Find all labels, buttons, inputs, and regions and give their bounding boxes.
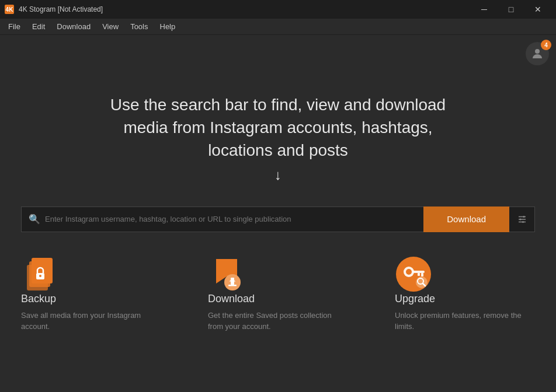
upgrade-icon bbox=[395, 256, 432, 293]
svg-point-0 bbox=[535, 49, 540, 54]
window-title: 4K Stogram [Not Activated] bbox=[19, 5, 103, 13]
notification-badge: 4 bbox=[541, 40, 551, 50]
svg-rect-20 bbox=[421, 273, 423, 276]
svg-rect-15 bbox=[228, 285, 237, 286]
hero-title: Use the search bar to find, view and dow… bbox=[97, 93, 459, 162]
backup-desc: Save all media from your Instagram accou… bbox=[21, 310, 161, 332]
svg-rect-14 bbox=[231, 278, 234, 285]
search-icon: 🔍 bbox=[29, 214, 40, 225]
svg-point-18 bbox=[406, 269, 412, 275]
svg-point-11 bbox=[39, 275, 41, 277]
account-icon-wrapper: 4 bbox=[526, 42, 549, 65]
settings-button[interactable] bbox=[509, 206, 535, 232]
svg-rect-21 bbox=[418, 273, 420, 276]
search-input[interactable] bbox=[45, 215, 416, 223]
sliders-icon bbox=[517, 214, 527, 225]
upgrade-title: Upgrade bbox=[395, 293, 435, 305]
title-bar-left: 4K 4K Stogram [Not Activated] bbox=[5, 5, 103, 14]
svg-point-4 bbox=[523, 216, 524, 218]
app-icon: 4K bbox=[5, 5, 14, 14]
window-controls: ─ □ ✕ bbox=[471, 0, 551, 19]
main-content: 4 Use the search bar to find, view and d… bbox=[0, 35, 556, 392]
search-row: 🔍 Download bbox=[21, 206, 535, 232]
backup-title: Backup bbox=[21, 293, 56, 305]
menu-file[interactable]: File bbox=[2, 20, 26, 33]
hero-section: Use the search bar to find, view and dow… bbox=[97, 93, 459, 183]
download-button[interactable]: Download bbox=[423, 206, 509, 232]
backup-icon bbox=[21, 256, 58, 293]
maximize-button[interactable]: □ bbox=[498, 0, 524, 19]
feature-download: Download Get the entire Saved posts coll… bbox=[208, 256, 348, 332]
menu-bar: File Edit Download View Tools Help bbox=[0, 19, 556, 35]
arrow-down-icon: ↓ bbox=[97, 167, 459, 183]
svg-rect-9 bbox=[32, 258, 53, 284]
download-icon bbox=[208, 256, 245, 293]
menu-help[interactable]: Help bbox=[154, 20, 182, 33]
account-button[interactable]: 4 bbox=[526, 42, 549, 65]
download-title: Download bbox=[208, 293, 255, 305]
minimize-button[interactable]: ─ bbox=[471, 0, 498, 19]
feature-upgrade: Upgrade Unlock premium features, remove … bbox=[395, 256, 535, 332]
features-row: Backup Save all media from your Instagra… bbox=[21, 256, 535, 332]
svg-rect-19 bbox=[413, 271, 425, 273]
upgrade-desc: Unlock premium features, remove the limi… bbox=[395, 310, 535, 332]
menu-edit[interactable]: Edit bbox=[26, 20, 51, 33]
download-desc: Get the entire Saved posts collection fr… bbox=[208, 310, 348, 332]
search-container: 🔍 bbox=[21, 206, 423, 232]
title-bar: 4K 4K Stogram [Not Activated] ─ □ ✕ bbox=[0, 0, 556, 19]
svg-point-5 bbox=[519, 218, 521, 220]
close-button[interactable]: ✕ bbox=[524, 0, 551, 19]
menu-download[interactable]: Download bbox=[51, 20, 96, 33]
feature-backup: Backup Save all media from your Instagra… bbox=[21, 256, 161, 332]
menu-view[interactable]: View bbox=[96, 20, 124, 33]
menu-tools[interactable]: Tools bbox=[124, 20, 154, 33]
svg-point-6 bbox=[522, 221, 524, 223]
